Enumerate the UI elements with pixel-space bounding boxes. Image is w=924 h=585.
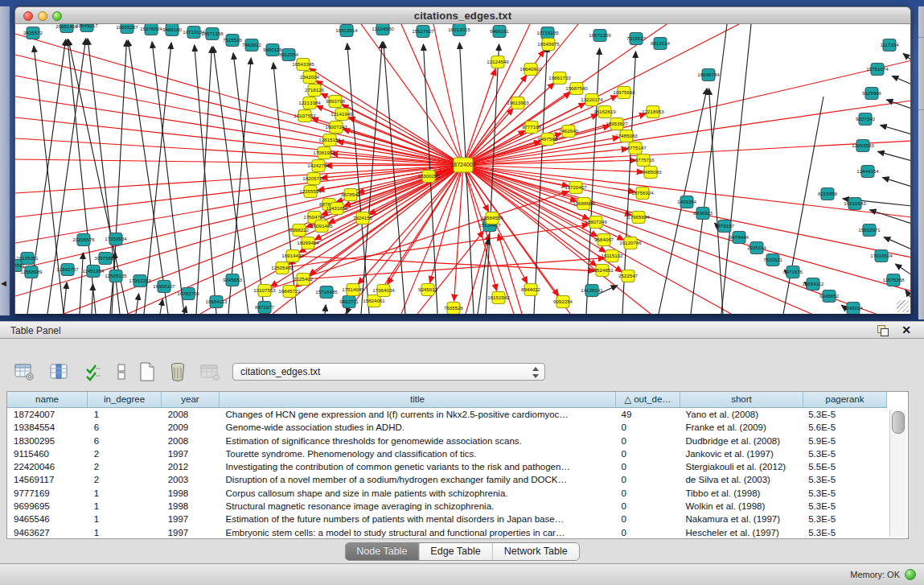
graph-node[interactable]: 17016504 [870, 250, 893, 262]
column-header-pagerank[interactable]: pagerank [803, 392, 887, 408]
table-row[interactable]: 946554611997Estimation of the future num… [7, 513, 885, 525]
citation-network-graph[interactable]: 2435572206914061064921710655287152760249… [15, 24, 911, 314]
panel-collapse-icon[interactable]: ◀ [1, 280, 6, 287]
graph-node[interactable]: 12141949 [331, 109, 353, 121]
graph-node[interactable]: 15716485 [315, 286, 338, 299]
graph-node[interactable]: 8813014 [651, 38, 671, 50]
graph-node[interactable]: 14242754 [307, 160, 330, 172]
network-window-titlebar[interactable]: citations_edges.txt [14, 6, 911, 24]
graph-node[interactable]: 15687540 [565, 83, 588, 95]
graph-node[interactable]: 18313015 [448, 24, 470, 36]
table-body[interactable]: 1872400712008Changes of HCN gene express… [7, 408, 885, 538]
graph-node[interactable]: 2522547 [618, 270, 639, 282]
graph-node[interactable]: 2435572 [23, 27, 43, 39]
graph-node[interactable]: 8944022 [521, 284, 541, 296]
graph-node[interactable]: 2718126 [305, 84, 325, 97]
select-rows-icon[interactable] [83, 361, 104, 382]
column-header-out_de[interactable]: △ out_de… [616, 392, 680, 408]
graph-node[interactable]: 9462711 [339, 296, 359, 308]
graph-node[interactable]: 18313014 [335, 25, 358, 37]
table-selector-dropdown[interactable]: citations_edges.txt [232, 363, 545, 381]
graph-node[interactable]: 16648784 [697, 69, 720, 81]
graph-node[interactable]: 16120746 [619, 237, 642, 249]
graph-node[interactable]: 12093583 [852, 140, 874, 152]
merge-tables-icon[interactable] [111, 361, 132, 382]
table-row[interactable]: 2242004622012Investigating the contribut… [7, 460, 885, 473]
column-header-title[interactable]: title [220, 392, 616, 408]
graph-node[interactable]: 15276024 [140, 24, 162, 35]
graph-node[interactable]: 9678543 [341, 189, 361, 201]
graph-node[interactable]: 7463822 [242, 39, 262, 51]
graph-node[interactable]: 19524851 [591, 265, 614, 277]
graph-node[interactable]: 9245013 [418, 284, 438, 296]
window-resize-grip[interactable] [897, 300, 909, 312]
table-column-icon[interactable] [48, 361, 69, 382]
graph-node[interactable]: 8471676 [783, 266, 803, 278]
column-header-short[interactable]: short [680, 392, 803, 408]
graph-node[interactable]: 9474444 [729, 232, 749, 244]
graph-node[interactable]: 9227343 [856, 113, 876, 126]
graph-node[interactable]: 18775147 [624, 142, 647, 154]
graph-node[interactable]: 9466160 [162, 24, 183, 36]
float-panel-icon[interactable] [877, 325, 889, 336]
graph-node[interactable]: 7515526 [223, 35, 243, 47]
close-panel-icon[interactable]: ✕ [901, 323, 911, 336]
tab-edge-table[interactable]: Edge Table [419, 543, 492, 560]
table-row[interactable]: 1830029562008Estimation of significance … [7, 435, 885, 447]
graph-node[interactable]: 12815154 [318, 134, 341, 146]
graph-node[interactable]: 7632621 [763, 254, 783, 266]
graph-node[interactable]: 1117304 [880, 39, 899, 51]
network-window[interactable]: citations_edges.txt 24355722069140610649… [14, 6, 911, 314]
table-row[interactable]: 969969511998Structural magnetic resonanc… [7, 500, 885, 513]
column-header-in_degree[interactable]: in_degree [88, 392, 162, 408]
graph-node[interactable]: 9245653 [223, 274, 243, 286]
graph-node[interactable]: 12505135 [105, 270, 127, 282]
tab-network-table[interactable]: Network Table [493, 543, 579, 560]
graph-node[interactable]: 14136141 [581, 285, 603, 297]
graph-node[interactable]: 10655287 [116, 24, 138, 34]
graph-node[interactable]: 10649217 [76, 24, 98, 32]
graph-node[interactable]: 8215958 [818, 188, 838, 200]
graph-node[interactable]: 16958107 [153, 281, 175, 293]
graph-node[interactable]: 15527607 [412, 26, 434, 38]
graph-node[interactable]: 12444154 [856, 166, 879, 178]
table-row[interactable]: 977716911998Corpus callosum shape and si… [7, 487, 885, 500]
graph-node[interactable]: 15751074 [866, 64, 889, 76]
import-table-icon[interactable] [199, 361, 220, 382]
column-header-year[interactable]: year [162, 392, 220, 408]
graph-node[interactable]: 16549975 [537, 39, 560, 51]
graph-node[interactable]: 15932971 [858, 225, 881, 237]
graph-node[interactable]: 12124549 [487, 56, 509, 68]
graph-node[interactable]: 12218953 [642, 106, 664, 118]
graph-node[interactable]: 18807249 [585, 216, 607, 229]
network-canvas[interactable]: 2435572206914061064921710655287152760249… [14, 24, 911, 314]
table-settings-icon[interactable] [14, 361, 35, 382]
graph-node[interactable]: 9245014 [844, 303, 864, 315]
graph-node[interactable]: 19861733 [548, 72, 571, 84]
tab-node-table[interactable]: Node Table [345, 543, 419, 560]
graph-node[interactable]: 16640910 [519, 64, 542, 76]
table-vertical-scrollbar[interactable] [889, 410, 906, 537]
delete-table-icon[interactable] [167, 361, 188, 382]
graph-node[interactable]: 10107552 [294, 110, 316, 122]
graph-node[interactable]: 10719135 [536, 27, 559, 39]
graph-node[interactable]: 7635526 [444, 303, 464, 315]
graph-node[interactable]: 20691406 [55, 24, 78, 33]
new-table-icon[interactable] [137, 361, 158, 382]
graph-node[interactable]: 9245652 [819, 290, 840, 303]
graph-node[interactable]: 9129966 [862, 88, 882, 100]
graph-node[interactable]: 10654113 [205, 296, 228, 308]
table-row[interactable]: 911546021997Tourette syndrome. Phenomeno… [7, 447, 885, 460]
graph-node[interactable]: 17359934 [105, 233, 127, 245]
graph-node[interactable]: 9893798 [326, 96, 346, 108]
graph-node[interactable]: 16845721 [278, 286, 301, 298]
scrollbar-thumb[interactable] [892, 411, 905, 434]
graph-node[interactable]: 8912954 [279, 49, 299, 61]
graph-node[interactable]: 12355594 [299, 186, 322, 198]
graph-node[interactable]: 16543345 [292, 59, 314, 71]
graph-node[interactable]: 8471677 [255, 302, 275, 314]
table-row[interactable]: 1872400712008Changes of HCN gene express… [7, 408, 885, 421]
table-header-row[interactable]: namein_degreeyeartitle△ out_de…shortpage… [7, 392, 887, 408]
graph-node[interactable]: 2935114 [747, 242, 766, 254]
graph-node[interactable]: 12342757 [56, 264, 79, 276]
